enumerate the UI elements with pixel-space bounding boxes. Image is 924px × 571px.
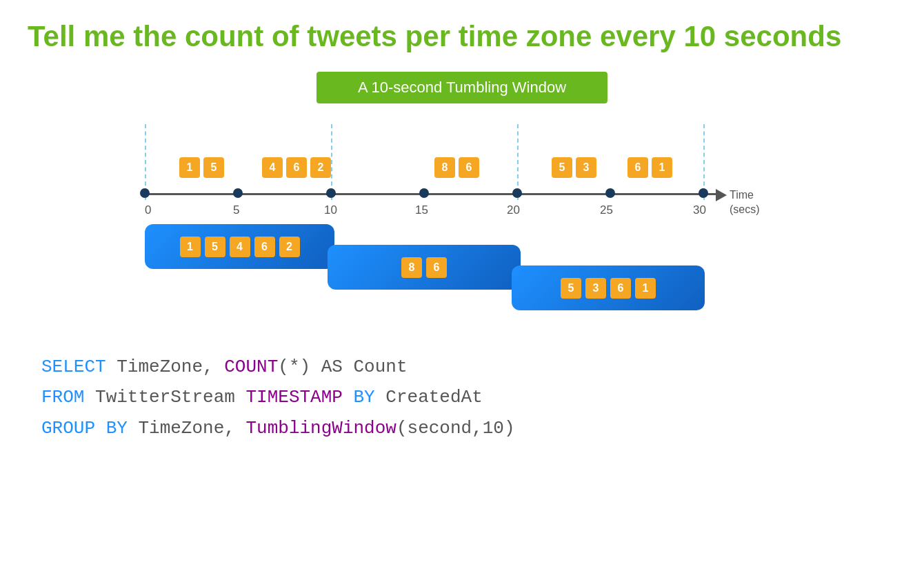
badges-group-1: 1 5	[179, 157, 224, 178]
kw-count: COUNT	[224, 357, 278, 377]
page-wrapper: Tell me the count of tweets per time zon…	[0, 0, 924, 571]
badge-1b: 5	[203, 157, 224, 178]
kw-tumbling: TumblingWindow	[245, 418, 396, 439]
sql-l3-sp	[95, 418, 106, 439]
window-box-2: 8 6	[328, 245, 521, 290]
wb1-badge1: 1	[180, 237, 201, 257]
badge-2c: 2	[310, 157, 331, 178]
badge-4b: 3	[576, 157, 596, 178]
dot-15	[419, 188, 429, 198]
time-label-10: 10	[324, 203, 337, 217]
timeline-diagram: 1 5 4 6 2 8 6 5 3 6 1	[124, 124, 800, 338]
time-label-30: 30	[693, 203, 706, 217]
wb2-badge1: 8	[401, 257, 422, 278]
page-title: Tell me the count of tweets per time zon…	[28, 21, 896, 52]
badge-1a: 1	[179, 157, 200, 178]
kw-by2: BY	[106, 418, 128, 439]
badges-group-3: 8 6	[434, 157, 479, 178]
dot-5	[233, 188, 243, 198]
wb3-badge3: 6	[610, 278, 631, 299]
wb1-badge3: 4	[230, 237, 250, 257]
kw-select: SELECT	[41, 357, 106, 377]
dot-0	[140, 188, 150, 198]
sql-l3-text2: (second,10)	[396, 418, 515, 439]
time-label-0: 0	[145, 203, 151, 217]
time-label-20: 20	[507, 203, 520, 217]
wb2-badge2: 6	[426, 257, 447, 278]
badge-4a: 5	[552, 157, 572, 178]
badge-5b: 1	[652, 157, 672, 178]
badge-3a: 8	[434, 157, 455, 178]
badge-5a: 6	[627, 157, 648, 178]
window-box-3: 5 3 6 1	[512, 266, 705, 310]
wb1-badge4: 6	[254, 237, 275, 257]
sql-l3-text1: TimeZone,	[128, 418, 246, 439]
kw-by: BY	[354, 387, 375, 408]
badge-2b: 6	[286, 157, 307, 178]
badges-group-5: 6 1	[627, 157, 672, 178]
time-label-5: 5	[233, 203, 239, 217]
sql-l1-text1: TimeZone,	[106, 357, 225, 377]
kw-group: GROUP	[41, 418, 95, 439]
sql-l1-text2: (*) AS Count	[278, 357, 407, 377]
window-box-1: 1 5 4 6 2	[145, 224, 334, 269]
kw-from: FROM	[41, 387, 84, 408]
sql-section: SELECT TimeZone, COUNT(*) AS Count FROM …	[28, 352, 896, 443]
wb3-badge1: 5	[561, 278, 581, 299]
sql-l2-text2: CreatedAt	[375, 387, 483, 408]
timeline-arrow	[716, 189, 727, 201]
time-label-15: 15	[415, 203, 428, 217]
sql-line-1: SELECT TimeZone, COUNT(*) AS Count	[41, 352, 896, 382]
wb3-badge2: 3	[585, 278, 606, 299]
time-axis-label: Time(secs)	[730, 188, 760, 217]
kw-timestamp: TIMESTAMP	[245, 387, 342, 408]
timeline-line	[145, 193, 717, 195]
sql-l2-sp	[343, 387, 354, 408]
badge-3b: 6	[459, 157, 479, 178]
dot-10	[326, 188, 336, 198]
sql-line-2: FROM TwitterStream TIMESTAMP BY CreatedA…	[41, 382, 896, 412]
wb1-badge5: 2	[279, 237, 300, 257]
badges-group-4: 5 3	[552, 157, 596, 178]
sql-line-3: GROUP BY TimeZone, TumblingWindow(second…	[41, 413, 896, 443]
time-label-25: 25	[600, 203, 613, 217]
dot-20	[512, 188, 522, 198]
window-label: A 10-second Tumbling Window	[317, 72, 607, 103]
wb3-badge4: 1	[635, 278, 656, 299]
wb1-badge2: 5	[205, 237, 225, 257]
badge-2a: 4	[262, 157, 283, 178]
badges-group-2: 4 6 2	[262, 157, 331, 178]
dot-30	[699, 188, 708, 198]
sql-l2-text1: TwitterStream	[84, 387, 245, 408]
dot-25	[605, 188, 615, 198]
window-label-container: A 10-second Tumbling Window	[28, 72, 896, 103]
